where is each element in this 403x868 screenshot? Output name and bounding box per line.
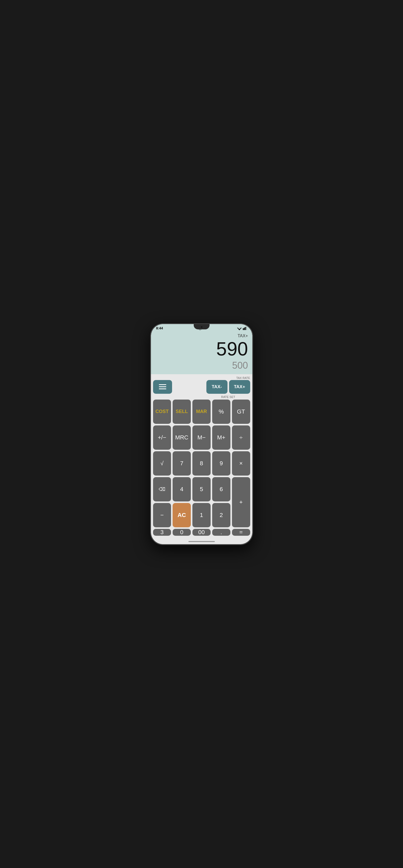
hamburger-line-2 bbox=[159, 386, 166, 387]
five-button[interactable]: 5 bbox=[192, 477, 211, 501]
tax-buttons: TAX- TAX+ bbox=[206, 380, 250, 394]
svg-rect-7 bbox=[246, 327, 247, 330]
svg-rect-6 bbox=[245, 327, 246, 330]
two-button[interactable]: 2 bbox=[212, 503, 230, 527]
display-main-value: 590 bbox=[155, 339, 248, 359]
gt-button[interactable]: GT bbox=[232, 400, 250, 424]
four-button[interactable]: 4 bbox=[173, 477, 191, 501]
ac-button[interactable]: AC bbox=[173, 503, 191, 527]
subtract-button[interactable]: − bbox=[153, 503, 171, 527]
sqrt-button[interactable]: √ bbox=[153, 451, 171, 475]
status-icons bbox=[237, 327, 247, 330]
tax-rate-label: TAX RATE bbox=[236, 376, 250, 379]
svg-rect-5 bbox=[244, 328, 245, 330]
six-button[interactable]: 6 bbox=[212, 477, 230, 501]
zero-button[interactable]: 0 bbox=[173, 529, 191, 536]
phone-screen: 8:44 ◎ TAX+ bbox=[151, 324, 252, 544]
mrc-button[interactable]: MRC bbox=[173, 426, 191, 450]
volume-button bbox=[253, 377, 253, 390]
multiply-button[interactable]: × bbox=[232, 451, 250, 475]
keypad-area: TAX RATE TAX- TAX+ RATE SET COST SELL MA… bbox=[151, 374, 252, 539]
backspace-button[interactable]: ⌫ bbox=[153, 477, 171, 501]
decimal-button[interactable]: . bbox=[212, 529, 230, 536]
camera-dot bbox=[200, 326, 203, 328]
percent-button[interactable]: % bbox=[212, 400, 230, 424]
tax-controls: TAX RATE TAX- TAX+ bbox=[206, 376, 250, 394]
mar-button[interactable]: MAR bbox=[192, 400, 211, 424]
plus-minus-button[interactable]: +/− bbox=[153, 426, 171, 450]
button-grid: COST SELL MAR % GT +/− MRC M− M+ ÷ √ 7 8… bbox=[153, 400, 250, 536]
svg-rect-4 bbox=[243, 328, 244, 330]
tax-plus-button[interactable]: TAX+ bbox=[229, 380, 250, 394]
home-indicator bbox=[151, 539, 252, 544]
display-secondary-value: 500 bbox=[155, 360, 248, 371]
hamburger-line-1 bbox=[159, 384, 166, 385]
top-controls: TAX RATE TAX- TAX+ bbox=[153, 376, 250, 394]
display-mode: TAX+ bbox=[155, 334, 248, 338]
double-zero-button[interactable]: 00 bbox=[192, 529, 211, 536]
eight-button[interactable]: 8 bbox=[192, 451, 211, 475]
home-bar bbox=[188, 541, 215, 542]
status-time: 8:44 bbox=[156, 326, 163, 330]
menu-button[interactable] bbox=[153, 380, 172, 394]
m-plus-button[interactable]: M+ bbox=[212, 426, 230, 450]
signal-icon bbox=[243, 327, 247, 330]
nine-button[interactable]: 9 bbox=[212, 451, 230, 475]
tax-minus-button[interactable]: TAX- bbox=[206, 380, 227, 394]
add-button[interactable]: + bbox=[232, 477, 250, 527]
cost-button[interactable]: COST bbox=[153, 400, 171, 424]
phone-frame: 8:44 ◎ TAX+ bbox=[150, 323, 253, 545]
rate-set-label: RATE SET bbox=[206, 395, 250, 399]
equals-button[interactable]: = bbox=[232, 529, 250, 536]
seven-button[interactable]: 7 bbox=[173, 451, 191, 475]
three-button[interactable]: 3 bbox=[153, 529, 171, 536]
m-minus-button[interactable]: M− bbox=[192, 426, 211, 450]
display-area: TAX+ 590 500 bbox=[151, 332, 252, 374]
one-button[interactable]: 1 bbox=[192, 503, 211, 527]
sell-button[interactable]: SELL bbox=[173, 400, 191, 424]
wifi-icon bbox=[237, 327, 242, 330]
hamburger-line-3 bbox=[159, 389, 166, 389]
divide-button[interactable]: ÷ bbox=[232, 426, 250, 450]
